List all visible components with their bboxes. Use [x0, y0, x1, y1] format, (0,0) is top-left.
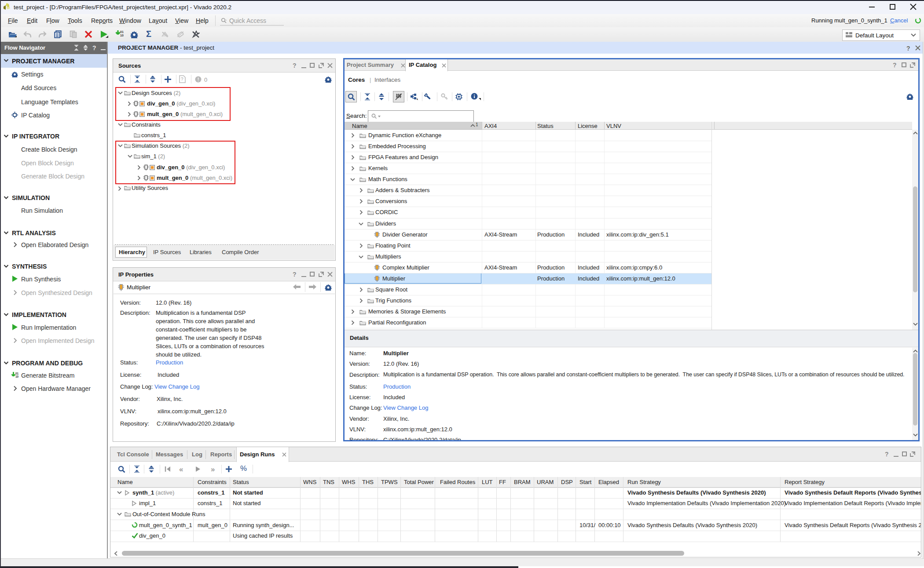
- svg-text:?: ?: [181, 77, 183, 82]
- svg-text:01: 01: [15, 372, 19, 375]
- svg-text:01: 01: [120, 30, 124, 33]
- svg-text:10: 10: [15, 375, 19, 378]
- svg-text:10: 10: [120, 34, 124, 37]
